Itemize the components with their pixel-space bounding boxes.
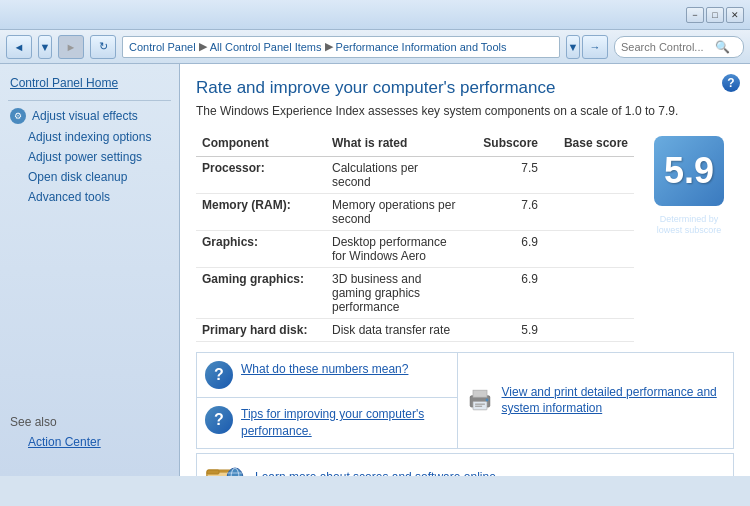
table-row: Memory (RAM): Memory operations per seco…	[196, 194, 634, 231]
gear-icon: ⚙	[10, 108, 26, 124]
sidebar-item-action-center[interactable]: Action Center	[0, 433, 179, 451]
refresh-button[interactable]: ↻	[90, 35, 116, 59]
breadcrumb: Control Panel ▶ All Control Panel Items …	[122, 36, 560, 58]
svg-rect-2	[473, 402, 487, 410]
row-1-what-rated: Memory operations per second	[326, 194, 464, 231]
help-button[interactable]: ?	[722, 74, 740, 92]
see-also-label: See also	[0, 407, 179, 433]
row-4-what-rated: Disk data transfer rate	[326, 319, 464, 342]
sidebar-item-indexing-options[interactable]: Adjust indexing options	[0, 127, 179, 147]
back-dropdown-button[interactable]: ▼	[38, 35, 52, 59]
content-area: ? Rate and improve your computer's perfo…	[180, 64, 750, 476]
score-badge: 5.9	[654, 136, 724, 206]
row-1-component: Memory (RAM):	[196, 194, 326, 231]
row-1-basescore	[544, 194, 634, 231]
svg-rect-4	[475, 406, 482, 407]
tips-link[interactable]: Tips for improving your computer's perfo…	[241, 406, 449, 440]
title-bar: − □ ✕	[0, 0, 750, 30]
address-bar: ◄ ▼ ► ↻ Control Panel ▶ All Control Pane…	[0, 30, 750, 64]
svg-point-5	[485, 399, 488, 402]
sidebar-divider	[8, 100, 171, 101]
row-0-subscore: 7.5	[464, 157, 544, 194]
question-icon-1: ?	[205, 361, 233, 389]
row-4-component: Primary hard disk:	[196, 319, 326, 342]
sidebar-item-label: Adjust visual effects	[32, 109, 138, 123]
address-dropdown-button[interactable]: ▼	[566, 35, 580, 59]
sidebar: Control Panel Home ⚙ Adjust visual effec…	[0, 64, 180, 476]
learn-more-section: Learn more about scores and software onl…	[196, 453, 734, 476]
view-print-link[interactable]: View and print detailed performance and …	[502, 384, 726, 418]
row-3-component: Gaming graphics:	[196, 268, 326, 319]
table-row: Processor: Calculations per second 7.5	[196, 157, 634, 194]
row-3-what-rated: 3D business and gaming graphics performa…	[326, 268, 464, 319]
row-4-subscore: 5.9	[464, 319, 544, 342]
table-row: Gaming graphics: 3D business and gaming …	[196, 268, 634, 319]
back-button[interactable]: ◄	[6, 35, 32, 59]
sidebar-item-disk-cleanup[interactable]: Open disk cleanup	[0, 167, 179, 187]
row-0-what-rated: Calculations per second	[326, 157, 464, 194]
question-icon-2: ?	[205, 406, 233, 434]
performance-table: Component What is rated Subscore Base sc…	[196, 132, 634, 342]
search-input[interactable]	[621, 41, 711, 53]
go-button[interactable]: →	[582, 35, 608, 59]
forward-button[interactable]: ►	[58, 35, 84, 59]
row-1-subscore: 7.6	[464, 194, 544, 231]
row-2-basescore	[544, 231, 634, 268]
learn-more-icon	[205, 462, 245, 476]
svg-rect-1	[473, 390, 487, 397]
row-4-basescore	[544, 319, 634, 342]
page-subtitle: The Windows Experience Index assesses ke…	[196, 104, 734, 118]
col-base-score: Base score	[544, 132, 634, 157]
breadcrumb-part2[interactable]: All Control Panel Items	[210, 41, 322, 53]
col-subscore: Subscore	[464, 132, 544, 157]
sidebar-item-visual-effects[interactable]: ⚙ Adjust visual effects	[0, 105, 179, 127]
minimize-button[interactable]: −	[686, 7, 704, 23]
row-0-component: Processor:	[196, 157, 326, 194]
row-2-subscore: 6.9	[464, 231, 544, 268]
search-box[interactable]: 🔍	[614, 36, 744, 58]
sidebar-control-panel-home[interactable]: Control Panel Home	[0, 72, 179, 96]
col-what-rated: What is rated	[326, 132, 464, 157]
score-label: Determined by lowest subscore	[649, 214, 729, 236]
maximize-button[interactable]: □	[706, 7, 724, 23]
breadcrumb-sep1: ▶	[199, 40, 207, 53]
page-title: Rate and improve your computer's perform…	[196, 78, 734, 98]
close-button[interactable]: ✕	[726, 7, 744, 23]
printer-icon	[466, 384, 494, 416]
row-2-component: Graphics:	[196, 231, 326, 268]
row-0-basescore	[544, 157, 634, 194]
learn-more-link[interactable]: Learn more about scores and software onl…	[255, 469, 496, 476]
breadcrumb-sep2: ▶	[325, 40, 333, 53]
svg-rect-3	[475, 404, 485, 405]
sidebar-item-advanced-tools[interactable]: Advanced tools	[0, 187, 179, 207]
breadcrumb-part3: Performance Information and Tools	[336, 41, 507, 53]
col-component: Component	[196, 132, 326, 157]
row-3-basescore	[544, 268, 634, 319]
score-value: 5.9	[664, 153, 714, 189]
window-controls: − □ ✕	[686, 7, 744, 23]
search-icon[interactable]: 🔍	[715, 40, 730, 54]
row-3-subscore: 6.9	[464, 268, 544, 319]
svg-point-9	[227, 468, 243, 476]
table-row: Primary hard disk: Disk data transfer ra…	[196, 319, 634, 342]
table-row: Graphics: Desktop performance for Window…	[196, 231, 634, 268]
breadcrumb-part1[interactable]: Control Panel	[129, 41, 196, 53]
main-layout: Control Panel Home ⚙ Adjust visual effec…	[0, 64, 750, 476]
numbers-meaning-link[interactable]: What do these numbers mean?	[241, 361, 408, 378]
row-2-what-rated: Desktop performance for Windows Aero	[326, 231, 464, 268]
svg-rect-8	[207, 470, 219, 474]
sidebar-item-power-settings[interactable]: Adjust power settings	[0, 147, 179, 167]
